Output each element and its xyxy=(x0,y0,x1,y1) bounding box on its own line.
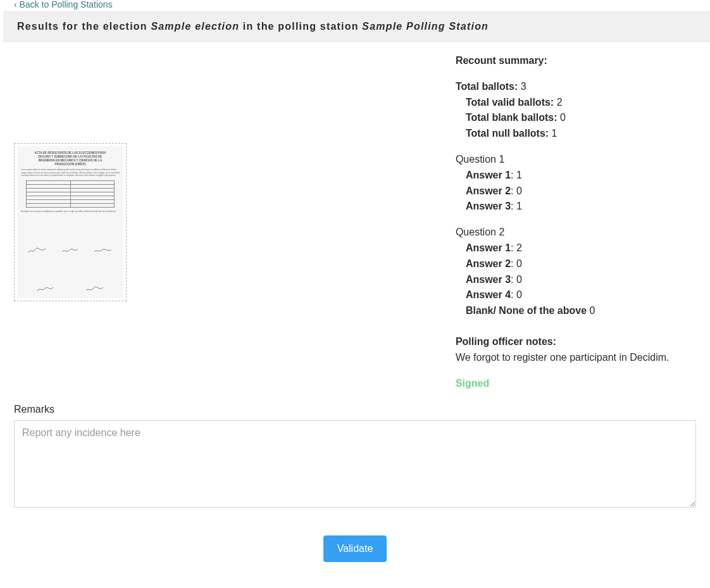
header-prefix: Results for the election xyxy=(17,21,151,32)
question-title: Question 2 xyxy=(456,225,696,241)
answer-row: Answer 4: 0 xyxy=(456,287,696,303)
header-mid: in the polling station xyxy=(239,21,362,32)
blank-ballots-row: Total blank ballots: 0 xyxy=(456,110,696,126)
signed-status: Signed xyxy=(456,376,696,392)
question-title: Question 1 xyxy=(456,152,696,168)
station-name: Sample Polling Station xyxy=(362,21,489,32)
attachment-column: ACTA DE RESULTADOS DE LAS ELECCIONES PAR… xyxy=(14,53,451,391)
answer-row: Answer 3: 1 xyxy=(456,199,696,215)
answer-row: Answer 3: 0 xyxy=(456,272,696,288)
answer-row: Answer 1: 1 xyxy=(456,168,696,184)
remarks-input[interactable] xyxy=(14,420,696,508)
notes-body: We forgot to register one participant in… xyxy=(456,350,696,366)
election-name: Sample election xyxy=(151,21,239,32)
document-thumbnail[interactable]: ACTA DE RESULTADOS DE LAS ELECCIONES PAR… xyxy=(14,143,127,301)
total-ballots-row: Total ballots: 3 xyxy=(456,79,696,95)
validate-button[interactable]: Validate xyxy=(323,535,387,562)
thumb-para2: Excepteur sint occaecat cupidatat non pr… xyxy=(21,210,120,213)
answer-row: Answer 2: 0 xyxy=(456,184,696,199)
valid-ballots-row: Total valid ballots: 2 xyxy=(456,95,696,111)
back-link-text[interactable]: Back to Polling Stations xyxy=(20,0,113,9)
thumb-table xyxy=(26,180,115,208)
back-link[interactable]: ‹ Back to Polling Stations xyxy=(0,0,710,9)
null-ballots-row: Total null ballots: 1 xyxy=(456,126,696,142)
remarks-label: Remarks xyxy=(14,404,696,415)
answer-row: Blank/ None of the above 0 xyxy=(456,303,696,319)
recount-summary-title: Recount summary: xyxy=(456,53,696,69)
notes-title: Polling officer notes: xyxy=(456,334,696,350)
page-title: Results for the election Sample election… xyxy=(17,21,696,32)
answer-row: Answer 1: 2 xyxy=(456,241,696,256)
answer-row: Answer 2: 0 xyxy=(456,256,696,272)
summary-column: Recount summary: Total ballots: 3 Total … xyxy=(451,53,696,391)
page-header: Results for the election Sample election… xyxy=(3,11,710,42)
thumb-para: Lorem ipsum dolor sit amet consectetur a… xyxy=(21,168,120,176)
thumb-title: ACTA DE RESULTADOS DE LAS ELECCIONES PAR… xyxy=(21,151,120,166)
